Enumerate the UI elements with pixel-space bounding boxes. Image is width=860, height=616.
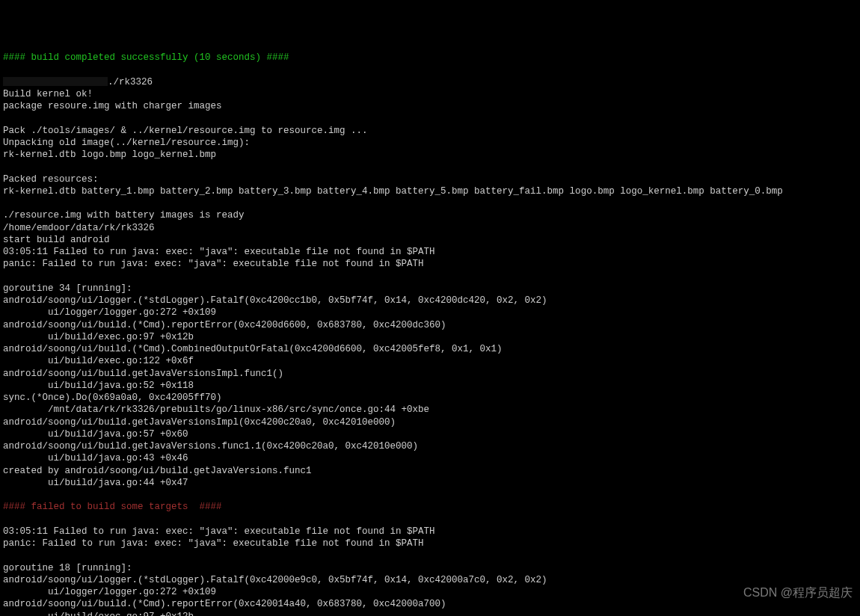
- redacted-path: [3, 77, 108, 86]
- path-suffix: ./rk3326: [108, 77, 153, 87]
- build-fail-line-1: #### failed to build some targets ####: [3, 502, 222, 512]
- build-output-block-2: 03:05:11 Failed to run java: exec: "java…: [3, 526, 547, 616]
- terminal-output[interactable]: #### build completed successfully (10 se…: [3, 52, 857, 616]
- build-success-line: #### build completed successfully (10 se…: [3, 52, 289, 63]
- build-output-block-1: Build kernel ok! package resoure.img wit…: [3, 89, 783, 488]
